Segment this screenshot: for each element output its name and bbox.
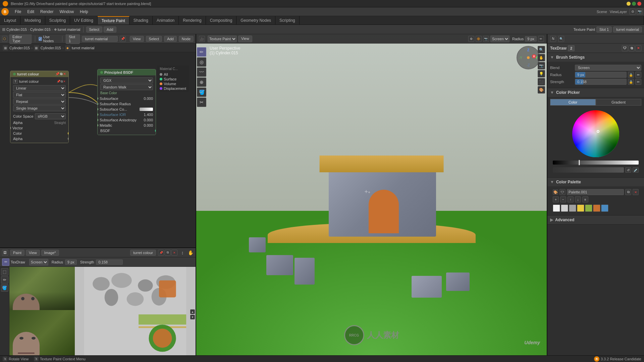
ne-add-btn[interactable]: Add xyxy=(164,36,177,42)
tp-editor-icon[interactable]: 🖼 xyxy=(2,250,8,256)
vp-hand-icon[interactable]: ✋ xyxy=(538,54,545,61)
rp-counter[interactable]: 2 xyxy=(568,45,575,51)
palette-menu-btn[interactable]: ≡ xyxy=(582,196,588,202)
tab-modeling[interactable]: Modeling xyxy=(20,16,45,24)
tp-pan-icon[interactable]: ✋ xyxy=(187,250,194,256)
ne-image-field[interactable]: turret material xyxy=(82,36,118,42)
vp-tool-clone[interactable]: ⊕ xyxy=(197,77,206,87)
vp-tool-draw[interactable]: ✏ xyxy=(197,47,206,57)
ne-editor-dropdown[interactable]: Editor Type xyxy=(9,34,32,44)
color-picker-header[interactable]: ▼ Color Picker xyxy=(547,88,644,97)
swatch-white[interactable] xyxy=(553,204,560,212)
select-btn[interactable]: Select xyxy=(86,26,103,33)
scroll-down-btn[interactable]: ▼ xyxy=(190,315,195,319)
viewport-3d[interactable]: 🎥 Texture Paint View ⚙ 🔆 📷 Screen Radius… xyxy=(196,34,547,362)
rp-icon[interactable]: N xyxy=(550,36,556,42)
scene-icon[interactable]: ⚙ xyxy=(630,9,636,15)
use-nodes-checkbox[interactable]: ✓ xyxy=(39,37,42,41)
tp-paint-btn[interactable]: Paint xyxy=(10,250,24,256)
ne-slot-dropdown[interactable]: Slot 1 xyxy=(66,34,80,44)
palette-copy-icon[interactable]: ⧉ xyxy=(625,189,631,195)
tab-texture-paint[interactable]: Texture Paint xyxy=(98,16,129,24)
tex-interpolation-select[interactable]: Linear xyxy=(13,85,66,91)
tab-geometry-nodes[interactable]: Geometry Nodes xyxy=(236,16,275,24)
hex-reset-icon[interactable]: ↺ xyxy=(625,167,631,173)
sb-context-icon[interactable]: 🖱 xyxy=(34,357,39,361)
tp-radius-value[interactable]: 9 px xyxy=(65,259,77,265)
tp-collapse-icon[interactable]: ↕ xyxy=(179,250,185,256)
tex-copy-icon[interactable]: ⧉ xyxy=(61,80,63,83)
add-btn[interactable]: Add xyxy=(104,26,116,33)
texture-image-node[interactable]: turret colour 📌 ⧉ ✕ T turret colour xyxy=(10,71,69,143)
nav-x-dot[interactable]: X xyxy=(532,54,536,58)
vp-icon3[interactable]: 📷 xyxy=(483,36,489,42)
tp-view-btn[interactable]: View xyxy=(26,250,40,256)
palette-up-btn[interactable]: ↑ xyxy=(568,196,574,202)
tp-image-btn[interactable]: Image* xyxy=(41,250,59,256)
vp-editor-icon[interactable]: 🎨 xyxy=(538,86,545,94)
scroll-up-btn[interactable]: ▲ xyxy=(190,309,195,314)
vp-tool-mask[interactable]: ✂ xyxy=(197,98,206,107)
tex-close-icon[interactable]: ✕ xyxy=(63,80,66,83)
vp-icon2[interactable]: 🔆 xyxy=(476,36,482,42)
swatch-orange[interactable] xyxy=(593,204,600,212)
color-palette-header[interactable]: ▼ Color Palette xyxy=(547,178,644,186)
render-icon[interactable]: 📷 xyxy=(637,9,643,15)
blender-menu-icon[interactable]: B xyxy=(1,8,9,15)
ne-node-btn[interactable]: Node xyxy=(179,36,194,42)
menu-file[interactable]: File xyxy=(12,9,24,15)
vp-tool-smear[interactable]: 〰 xyxy=(197,67,206,77)
bs-strength-lock-icon[interactable]: 🔒 xyxy=(628,79,634,85)
menu-render[interactable]: Render xyxy=(38,9,56,15)
menu-help[interactable]: Help xyxy=(77,9,91,15)
cp-color-tab[interactable]: Color xyxy=(550,99,596,106)
viewport-canvas[interactable]: User Perspective (1) Cylinder.015 Z -Z -… xyxy=(196,34,547,355)
slot-dropdown[interactable]: Slot 1 xyxy=(596,26,612,33)
bs-radius-lock-icon[interactable]: 🔒 xyxy=(628,72,634,78)
bs-blend-select[interactable]: Screen xyxy=(575,65,641,71)
bsdf-toggle[interactable] xyxy=(100,71,103,74)
tab-layout[interactable]: Layout xyxy=(0,16,20,24)
node-close-icon[interactable]: ✕ xyxy=(63,72,66,76)
tex-projection-select[interactable]: Flat xyxy=(13,92,66,98)
swatch-lightgray[interactable] xyxy=(561,204,568,212)
vp-light-icon[interactable]: 💡 xyxy=(538,70,545,77)
tp-canvas[interactable]: ▲ ▼ xyxy=(9,267,196,362)
tab-shading[interactable]: Shading xyxy=(129,16,153,24)
menu-edit[interactable]: Edit xyxy=(24,9,37,15)
tab-sculpting[interactable]: Sculpting xyxy=(45,16,70,24)
palette-add-btn[interactable]: + xyxy=(553,196,559,202)
rp-close-icon[interactable]: ✕ xyxy=(635,45,641,51)
tab-scripting[interactable]: Scripting xyxy=(275,16,300,24)
vp-zoom-icon[interactable]: 🔍 xyxy=(538,46,545,53)
tab-compositing[interactable]: Compositing xyxy=(206,16,237,24)
menu-window[interactable]: Window xyxy=(57,9,76,15)
tp-strength-value[interactable]: 0.158 xyxy=(96,259,123,265)
node-editor-icon[interactable]: ⬡ xyxy=(2,36,7,42)
bs-radius-bar[interactable]: 9 px xyxy=(575,72,627,78)
node-toggle[interactable] xyxy=(13,73,16,75)
vp-camera-icon[interactable]: 📷 xyxy=(538,62,545,69)
tp-blend-select[interactable]: Screen xyxy=(29,259,48,265)
vp-mode-select[interactable]: Texture Paint xyxy=(208,36,237,42)
bsdf-subsurface-method-select[interactable]: Random Walk xyxy=(100,84,153,90)
node-canvas[interactable]: Material C... All Surface Volume xyxy=(0,52,196,247)
tp-image-name[interactable]: turret colour xyxy=(130,250,156,256)
ne-select-btn[interactable]: Select xyxy=(146,36,162,42)
bsdf-node[interactable]: Principled BSDF GGX Random Walk xyxy=(97,69,156,135)
ne-view-btn[interactable]: View xyxy=(130,36,144,42)
tex-source-select[interactable]: Single Image xyxy=(13,105,66,111)
vp-render-icon[interactable]: ⬛ xyxy=(538,78,545,85)
hex-eyedrop-icon[interactable]: 💉 xyxy=(633,167,639,173)
rp-shield-icon[interactable]: 🛡 xyxy=(622,45,628,51)
image-name-field[interactable]: turret material xyxy=(613,26,642,33)
tex-extension-select[interactable]: Repeat xyxy=(13,99,66,105)
rp-search-icon[interactable]: 🔍 xyxy=(558,36,564,42)
color-value-bar[interactable] xyxy=(553,161,639,165)
swatch-yellow[interactable] xyxy=(577,204,584,212)
vp-icon1[interactable]: ⚙ xyxy=(468,36,474,42)
tab-rendering[interactable]: Rendering xyxy=(179,16,206,24)
bs-strength-edit-icon[interactable]: ✏ xyxy=(635,79,641,85)
tab-animation[interactable]: Animation xyxy=(153,16,179,24)
brush-settings-header[interactable]: ▼ Brush Settings xyxy=(547,53,644,62)
